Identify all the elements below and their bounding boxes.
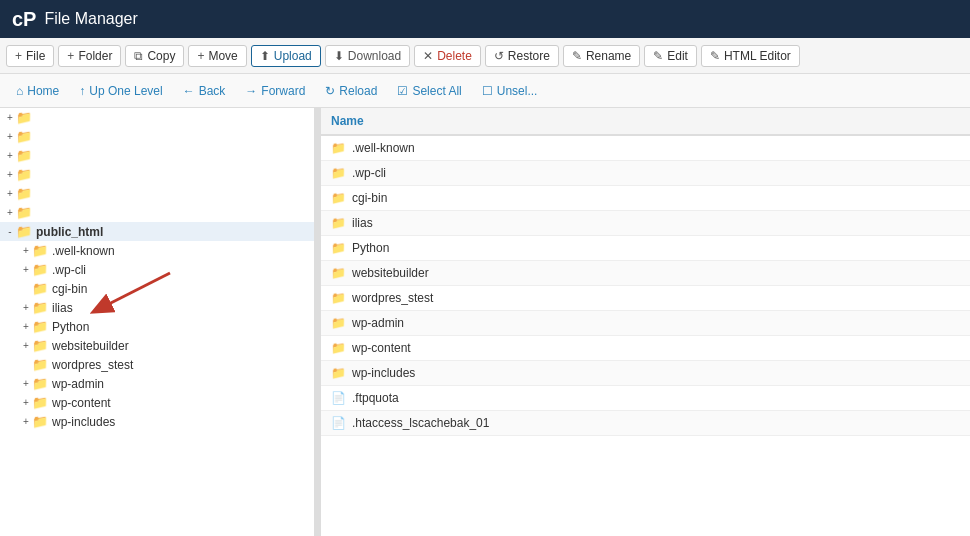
unselect-button[interactable]: ☐ Unsel...	[474, 81, 546, 101]
tree-item-label: wp-admin	[52, 377, 104, 391]
tree-toggle[interactable]: +	[20, 302, 32, 313]
copy-button[interactable]: ⧉ Copy	[125, 45, 184, 67]
move-button-label: Move	[208, 49, 237, 63]
folder-icon: 📁	[32, 281, 48, 296]
tree-toggle[interactable]: +	[20, 264, 32, 275]
select-all-button[interactable]: ☑ Select All	[389, 81, 469, 101]
tree-toggle[interactable]: +	[20, 416, 32, 427]
tree-item-label: ilias	[52, 301, 73, 315]
table-row[interactable]: 📁.wp-cli	[321, 161, 970, 186]
tree-item-folder-0[interactable]: +📁	[0, 108, 314, 127]
edit-icon: ✎	[653, 49, 663, 63]
edit-button[interactable]: ✎ Edit	[644, 45, 697, 67]
tree-toggle[interactable]: +	[4, 207, 16, 218]
folder-icon: 📁	[16, 224, 32, 239]
html-editor-button[interactable]: ✎ HTML Editor	[701, 45, 800, 67]
tree-item-label: websitebuilder	[52, 339, 129, 353]
tree-item-label: public_html	[36, 225, 103, 239]
table-row[interactable]: 📁wp-content	[321, 336, 970, 361]
rename-button[interactable]: ✎ Rename	[563, 45, 640, 67]
tree-toggle[interactable]: +	[20, 397, 32, 408]
folder-icon: 📁	[331, 166, 346, 180]
file-name-cell: 📁cgi-bin	[321, 186, 970, 211]
back-button[interactable]: ← Back	[175, 81, 234, 101]
tree-toggle[interactable]: -	[4, 226, 16, 237]
file-icon: 📄	[331, 416, 346, 430]
tree-item-public_html[interactable]: -📁public_html	[0, 222, 314, 241]
table-row[interactable]: 📁Python	[321, 236, 970, 261]
tree-item-wp-content[interactable]: +📁wp-content	[0, 393, 314, 412]
tree-item-folder-5[interactable]: +📁	[0, 203, 314, 222]
download-button[interactable]: ⬇ Download	[325, 45, 410, 67]
up-one-level-button[interactable]: ↑ Up One Level	[71, 81, 170, 101]
folder-icon: 📁	[16, 205, 32, 220]
restore-icon: ↺	[494, 49, 504, 63]
restore-button[interactable]: ↺ Restore	[485, 45, 559, 67]
tree-toggle[interactable]: +	[20, 340, 32, 351]
name-column-header: Name	[321, 108, 970, 135]
folder-icon: 📁	[32, 319, 48, 334]
tree-item-.well-known[interactable]: +📁.well-known	[0, 241, 314, 260]
table-row[interactable]: 📁.well-known	[321, 135, 970, 161]
file-name: ilias	[352, 216, 373, 230]
delete-button[interactable]: ✕ Delete	[414, 45, 481, 67]
folder-icon: 📁	[16, 148, 32, 163]
tree-item-.wp-cli[interactable]: +📁.wp-cli	[0, 260, 314, 279]
tree-toggle[interactable]: +	[4, 188, 16, 199]
table-row[interactable]: 📄.htaccess_lscachebak_01	[321, 411, 970, 436]
restore-button-label: Restore	[508, 49, 550, 63]
table-row[interactable]: 📁ilias	[321, 211, 970, 236]
folder-icon: 📁	[32, 300, 48, 315]
tree-item-Python[interactable]: +📁Python	[0, 317, 314, 336]
tree-toggle[interactable]: +	[4, 131, 16, 142]
tree-item-websitebuilder[interactable]: +📁websitebuilder	[0, 336, 314, 355]
tree-toggle[interactable]: +	[4, 150, 16, 161]
file-button-label: File	[26, 49, 45, 63]
tree-toggle[interactable]: +	[20, 378, 32, 389]
home-icon: ⌂	[16, 84, 23, 98]
forward-icon: →	[245, 84, 257, 98]
reload-button[interactable]: ↻ Reload	[317, 81, 385, 101]
table-row[interactable]: 📁wp-includes	[321, 361, 970, 386]
folder-button[interactable]: + Folder	[58, 45, 121, 67]
table-row[interactable]: 📁websitebuilder	[321, 261, 970, 286]
folder-icon: 📁	[331, 216, 346, 230]
folder-icon: 📁	[16, 167, 32, 182]
folder-icon: 📁	[16, 129, 32, 144]
file-icon: 📄	[331, 391, 346, 405]
upload-button[interactable]: ⬆ Upload	[251, 45, 321, 67]
tree-item-folder-3[interactable]: +📁	[0, 165, 314, 184]
tree-toggle[interactable]: +	[20, 321, 32, 332]
tree-toggle[interactable]: +	[4, 112, 16, 123]
tree-item-ilias[interactable]: +📁ilias	[0, 298, 314, 317]
tree-item-folder-1[interactable]: +📁	[0, 127, 314, 146]
tree-item-wp-admin[interactable]: +📁wp-admin	[0, 374, 314, 393]
table-row[interactable]: 📁wp-admin	[321, 311, 970, 336]
file-button[interactable]: + File	[6, 45, 54, 67]
tree-item-wordpres_stest[interactable]: 📁wordpres_stest	[0, 355, 314, 374]
file-table: Name 📁.well-known📁.wp-cli📁cgi-bin📁ilias📁…	[321, 108, 970, 436]
home-button[interactable]: ⌂ Home	[8, 81, 67, 101]
tree-toggle[interactable]: +	[20, 245, 32, 256]
file-tree-panel: +📁+📁+📁+📁+📁+📁-📁public_html+📁.well-known+📁…	[0, 108, 315, 536]
tree-toggle[interactable]: +	[4, 169, 16, 180]
tree-item-wp-includes[interactable]: +📁wp-includes	[0, 412, 314, 431]
html-editor-button-label: HTML Editor	[724, 49, 791, 63]
folder-icon: 📁	[32, 338, 48, 353]
table-row[interactable]: 📁cgi-bin	[321, 186, 970, 211]
tree-item-cgi-bin[interactable]: 📁cgi-bin	[0, 279, 314, 298]
folder-icon: 📁	[331, 366, 346, 380]
move-button[interactable]: + Move	[188, 45, 246, 67]
tree-item-label: wp-content	[52, 396, 111, 410]
file-list-panel: Name 📁.well-known📁.wp-cli📁cgi-bin📁ilias📁…	[321, 108, 970, 536]
table-row[interactable]: 📁wordpres_stest	[321, 286, 970, 311]
file-name: wp-content	[352, 341, 411, 355]
tree-item-folder-2[interactable]: +📁	[0, 146, 314, 165]
tree-item-label: wp-includes	[52, 415, 115, 429]
file-name-cell: 📁websitebuilder	[321, 261, 970, 286]
table-row[interactable]: 📄.ftpquota	[321, 386, 970, 411]
file-name: wordpres_stest	[352, 291, 433, 305]
tree-item-folder-4[interactable]: +📁	[0, 184, 314, 203]
folder-icon: 📁	[32, 357, 48, 372]
forward-button[interactable]: → Forward	[237, 81, 313, 101]
